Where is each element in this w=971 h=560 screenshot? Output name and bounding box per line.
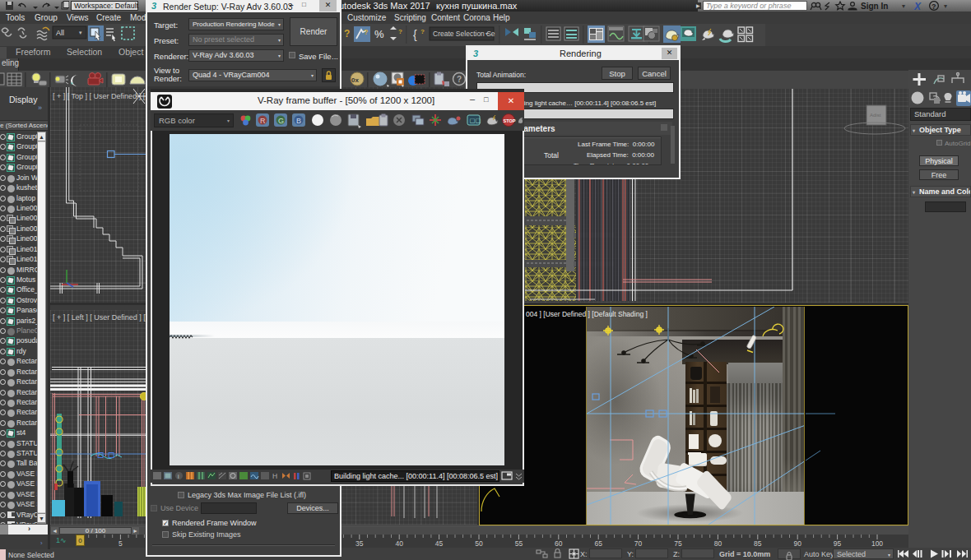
svg-text:40: 40: [395, 539, 403, 548]
svg-text:85: 85: [754, 539, 762, 548]
svg-text:?: ?: [364, 28, 369, 36]
svg-text:45: 45: [435, 539, 444, 548]
svg-text:90: 90: [793, 539, 801, 548]
svg-text:▾: ▾: [902, 2, 905, 10]
svg-text:▢▢: ▢▢: [470, 117, 481, 124]
svg-text:75: 75: [674, 539, 682, 548]
svg-text:X: X: [913, 1, 922, 12]
svg-text:55: 55: [515, 539, 523, 548]
svg-text:50: 50: [475, 539, 483, 548]
svg-text:R: R: [260, 117, 266, 125]
svg-text:100: 100: [871, 539, 883, 548]
svg-text:60: 60: [555, 539, 563, 548]
svg-text:Sign In: Sign In: [861, 2, 888, 11]
svg-text:Adist: Adist: [870, 113, 881, 118]
svg-text:B: B: [296, 117, 301, 125]
svg-text:80: 80: [714, 539, 722, 548]
svg-text:▾: ▾: [79, 30, 82, 35]
svg-text:▾: ▾: [944, 2, 947, 10]
svg-text:70: 70: [634, 539, 643, 548]
svg-text:▾: ▾: [486, 31, 488, 36]
svg-text:95: 95: [834, 539, 842, 548]
svg-text:?: ?: [932, 2, 936, 11]
svg-text:?: ?: [457, 75, 462, 84]
svg-text:All: All: [56, 29, 64, 37]
svg-text:{: {: [413, 28, 417, 41]
svg-text:65: 65: [594, 539, 602, 548]
svg-text:G: G: [278, 117, 284, 125]
svg-text:H: H: [272, 472, 277, 480]
svg-text:?: ?: [344, 28, 350, 39]
svg-text:5: 5: [118, 539, 123, 548]
svg-text:?: ?: [420, 28, 425, 35]
svg-text:0x: 0x: [351, 76, 359, 84]
svg-text:35: 35: [355, 539, 364, 548]
svg-text:%: %: [374, 28, 384, 40]
svg-text:STOP: STOP: [504, 118, 516, 123]
svg-text:?: ?: [398, 28, 402, 35]
